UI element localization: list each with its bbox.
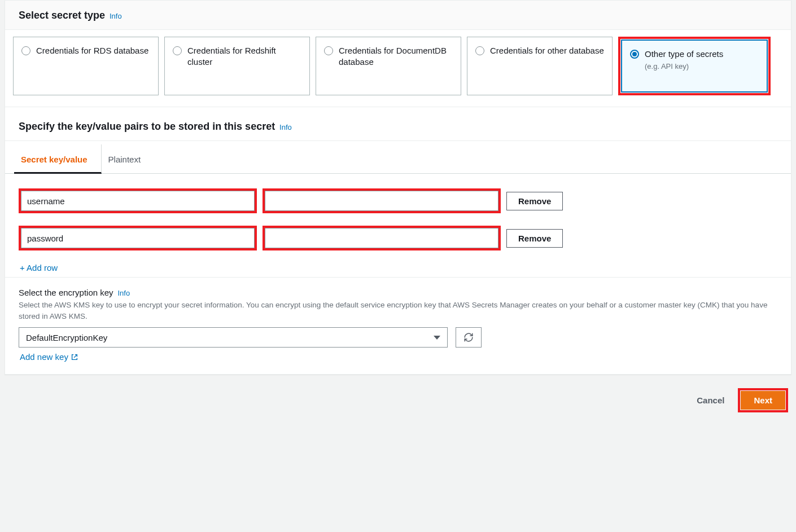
radio-icon [173, 46, 182, 55]
radio-icon [21, 46, 30, 55]
external-link-icon [71, 353, 78, 361]
kv-rows: Remove Remove + Add row [5, 174, 791, 277]
chevron-down-icon [434, 336, 440, 340]
encryption-key-selected: DefaultEncryptionKey [26, 333, 107, 342]
tile-label: Credentials for RDS database [36, 45, 148, 87]
secret-type-tiles: Credentials for RDS database Credentials… [5, 30, 791, 107]
kv-title: Specify the key/value pairs to be stored… [19, 121, 275, 132]
encryption-section: Select the encryption key Info Select th… [5, 277, 791, 374]
kv-row: Remove [19, 226, 777, 250]
tile-other-database[interactable]: Credentials for other database [467, 37, 613, 95]
highlight-key-input [19, 226, 257, 250]
highlight-value-input [263, 188, 501, 213]
secret-value-input[interactable] [265, 228, 498, 248]
tile-rds[interactable]: Credentials for RDS database [13, 37, 159, 95]
tile-documentdb[interactable]: Credentials for DocumentDB database [316, 37, 461, 95]
select-secret-type-title: Select secret type [19, 10, 105, 21]
highlight-value-input [263, 226, 501, 250]
encryption-key-select[interactable]: DefaultEncryptionKey [19, 327, 448, 348]
kv-tabs: Secret key/value Plaintext [5, 144, 791, 174]
tab-secret-key-value[interactable]: Secret key/value [14, 144, 102, 174]
wizard-footer: Cancel Next [5, 375, 791, 412]
secret-key-input[interactable] [21, 191, 255, 211]
tile-label: Credentials for DocumentDB database [339, 45, 453, 87]
tile-label: Credentials for Redshift cluster [187, 45, 301, 87]
encryption-description: Select the AWS KMS key to use to encrypt… [19, 300, 777, 322]
add-new-key-link[interactable]: Add new key [19, 352, 78, 362]
radio-icon [324, 46, 333, 55]
select-secret-type-info-link[interactable]: Info [110, 12, 122, 20]
secret-key-input[interactable] [21, 228, 255, 248]
encryption-info-link[interactable]: Info [117, 289, 130, 297]
highlight-key-input [19, 188, 257, 213]
tile-label: Credentials for other database [490, 45, 604, 87]
refresh-icon [463, 332, 474, 342]
select-secret-type-header: Select secret type Info [5, 1, 791, 30]
highlight-next-button: Next [738, 388, 788, 412]
next-button[interactable]: Next [741, 391, 785, 410]
refresh-keys-button[interactable] [456, 327, 482, 348]
encryption-label: Select the encryption key [19, 288, 113, 297]
kv-row: Remove [19, 188, 777, 213]
tile-label: Other type of secrets [645, 49, 723, 60]
tile-other-secrets[interactable]: Other type of secrets (e.g. API key) [622, 40, 767, 92]
kv-info-link[interactable]: Info [279, 123, 292, 131]
add-new-key-label: Add new key [20, 352, 68, 362]
highlight-selected-tile: Other type of secrets (e.g. API key) [618, 37, 771, 95]
kv-header: Specify the key/value pairs to be stored… [5, 107, 791, 141]
radio-icon [630, 50, 639, 59]
tab-plaintext[interactable]: Plaintext [102, 144, 155, 173]
tile-sublabel: (e.g. API key) [645, 62, 723, 71]
secret-value-input[interactable] [265, 191, 498, 211]
remove-row-button[interactable]: Remove [506, 229, 563, 248]
radio-icon [475, 46, 484, 55]
add-row-link[interactable]: + Add row [19, 263, 777, 272]
cancel-button[interactable]: Cancel [697, 395, 724, 405]
remove-row-button[interactable]: Remove [506, 192, 563, 210]
tile-redshift[interactable]: Credentials for Redshift cluster [164, 37, 310, 95]
